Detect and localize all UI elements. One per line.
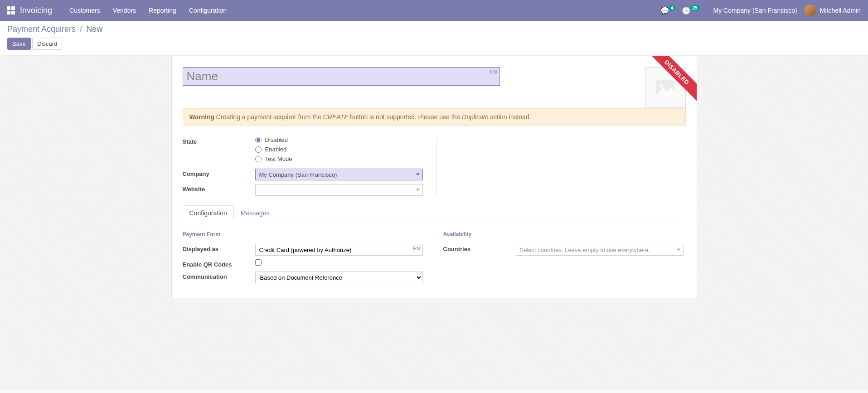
payment-form-title: Payment Form [183,231,425,238]
state-radio-test-label: Test Mode [265,155,292,162]
state-radio-test[interactable] [255,156,262,162]
company-label: Company [183,169,255,177]
username-label: Mitchell Admin [820,7,861,14]
chevron-down-icon [416,189,420,191]
tabs: Configuration Messages [183,205,686,220]
top-navbar: Invoicing Customers Vendors Reporting Co… [0,0,868,21]
displayed-as-label: Displayed as [183,244,255,252]
svg-point-1 [659,84,663,87]
company-select-value: My Company (San Francisco) [259,171,337,178]
state-option-test[interactable]: Test Mode [255,155,423,162]
chevron-down-icon [416,174,420,176]
availability-title: Availability [443,231,686,238]
breadcrumb: Payment Acquirers / New [7,24,861,34]
enable-qr-label: Enable QR Codes [183,259,255,268]
name-lang-badge[interactable]: EN [490,69,497,74]
discard-button[interactable]: Discard [32,38,62,50]
tab-configuration[interactable]: Configuration [183,205,234,220]
warning-em-create: CREATE [323,113,349,121]
nav-vendors[interactable]: Vendors [107,0,142,21]
warning-label: Warning [189,113,214,121]
name-field-wrapper: EN [183,67,500,86]
countries-placeholder: Select countries. Leave empty to use eve… [520,247,650,253]
warning-text-2: button is not supported. Please use the [348,113,462,121]
apps-menu-icon[interactable] [5,5,16,16]
activities-count-badge: 25 [690,5,699,11]
image-icon [654,76,677,99]
state-radio-enabled[interactable] [255,146,262,153]
displayed-as-input[interactable] [255,244,423,256]
clock-icon: 🕓 [682,6,691,15]
activities-indicator[interactable]: 🕓 25 [682,6,699,15]
breadcrumb-parent[interactable]: Payment Acquirers [7,24,76,34]
displayed-as-lang-badge[interactable]: EN [413,246,420,251]
state-radio-disabled-label: Disabled [265,136,288,143]
state-label: State [183,136,255,145]
messages-indicator[interactable]: 💬 4 [660,6,676,15]
tab-messages[interactable]: Messages [234,205,276,220]
nav-configuration[interactable]: Configuration [183,0,233,21]
state-option-enabled[interactable]: Enabled [255,146,423,153]
avatar [805,5,816,16]
nav-reporting[interactable]: Reporting [142,0,183,21]
warning-text-1: Creating a payment acquirer from the [214,113,323,121]
availability-section: Availability Countries Select countries.… [443,231,686,287]
company-select[interactable]: My Company (San Francisco) [255,169,423,180]
enable-qr-checkbox[interactable] [255,259,262,266]
chevron-down-icon [677,249,680,251]
control-panel: Payment Acquirers / New Save Discard [0,21,868,56]
countries-label: Countries [443,244,516,252]
state-radio-enabled-label: Enabled [265,146,287,153]
state-radio-disabled[interactable] [255,137,262,143]
warning-text-3: action instead. [488,113,531,121]
save-button[interactable]: Save [7,38,31,50]
website-label: Website [183,184,255,193]
messages-count-badge: 4 [669,5,676,11]
content-area: DISABLED EN Warning Creating a payment a… [0,56,868,390]
communication-label: Communication [183,272,255,280]
user-menu[interactable]: Mitchell Admin [805,5,861,16]
payment-form-section: Payment Form Displayed as EN Enable QR C… [183,231,425,287]
tab-content: Payment Form Displayed as EN Enable QR C… [183,231,686,287]
chat-icon: 💬 [660,6,669,15]
state-option-disabled[interactable]: Disabled [255,136,423,143]
warning-alert: Warning Creating a payment acquirer from… [183,108,686,126]
form-sheet: DISABLED EN Warning Creating a payment a… [171,56,697,298]
company-selector[interactable]: My Company (San Francisco) [713,7,797,14]
app-brand[interactable]: Invoicing [20,6,52,15]
communication-select[interactable]: Based on Document Reference [255,272,423,283]
warning-em-duplicate: Duplicate [462,113,488,121]
breadcrumb-sep: / [80,24,82,34]
breadcrumb-current: New [86,24,102,34]
name-input[interactable] [183,67,500,86]
website-select[interactable] [255,184,423,196]
countries-select[interactable]: Select countries. Leave empty to use eve… [516,244,684,256]
nav-customers[interactable]: Customers [63,0,107,21]
